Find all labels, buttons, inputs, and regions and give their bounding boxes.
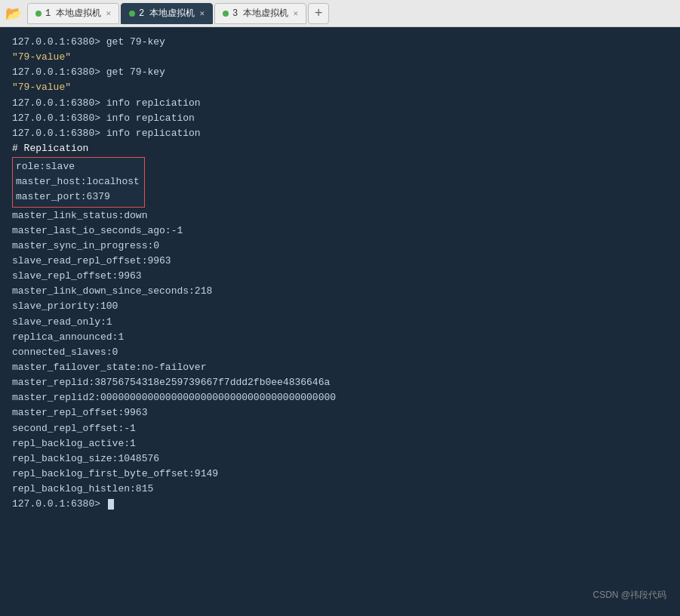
- tab-2-close[interactable]: ✕: [199, 8, 205, 18]
- folder-icon: 📂: [3, 3, 24, 24]
- line-10: master_last_io_seconds_ago:-1: [12, 223, 668, 239]
- line-7: 127.0.0.1:6380> info replication: [12, 126, 668, 141]
- line-25: repl_backlog_size:1048576: [12, 451, 668, 467]
- highlight-block: role:slave master_host:localhost master_…: [12, 157, 145, 207]
- tab-add-button[interactable]: +: [308, 3, 329, 24]
- line-4: "79-value": [12, 80, 668, 95]
- tab-3[interactable]: 3 本地虚拟机 ✕: [214, 3, 306, 24]
- terminal-cursor: [108, 499, 114, 510]
- line-3: 127.0.0.1:6380> get 79-key: [12, 65, 668, 80]
- highlight-line-3: master_port:6379: [16, 189, 140, 205]
- tab-3-dot: [223, 11, 229, 17]
- tab-3-close[interactable]: ✕: [293, 8, 298, 18]
- line-22: master_repl_offset:9963: [12, 405, 668, 420]
- tab-1-close[interactable]: ✕: [106, 8, 111, 18]
- line-9: master_link_status:down: [12, 208, 668, 223]
- line-27: repl_backlog_histlen:815: [12, 482, 668, 497]
- line-28: 127.0.0.1:6380>: [12, 497, 668, 512]
- line-8: # Replication: [12, 141, 668, 156]
- line-17: replica_announced:1: [12, 330, 668, 345]
- line-19: master_failover_state:no-failover: [12, 360, 668, 375]
- line-14: master_link_down_since_seconds:218: [12, 284, 668, 299]
- line-12: slave_read_repl_offset:9963: [12, 254, 668, 269]
- watermark: CSDN @祎段代码: [592, 588, 666, 602]
- line-6: 127.0.0.1:6380> info replcation: [12, 111, 668, 126]
- line-11: master_sync_in_progress:0: [12, 239, 668, 254]
- tab-1[interactable]: 1 本地虚拟机 ✕: [27, 3, 119, 24]
- line-18: connected_slaves:0: [12, 345, 668, 360]
- line-24: repl_backlog_active:1: [12, 436, 668, 451]
- line-1: 127.0.0.1:6380> get 79-key: [12, 35, 668, 50]
- line-26: repl_backlog_first_byte_offset:9149: [12, 467, 668, 482]
- line-16: slave_read_only:1: [12, 315, 668, 330]
- terminal: 127.0.0.1:6380> get 79-key "79-value" 12…: [0, 27, 680, 616]
- tab-2[interactable]: 2 本地虚拟机 ✕: [121, 3, 213, 24]
- line-21: master_replid2:0000000000000000000000000…: [12, 390, 668, 405]
- line-15: slave_priority:100: [12, 299, 668, 314]
- line-20: master_replid:38756754318e259739667f7ddd…: [12, 375, 668, 390]
- tab-1-dot: [35, 11, 42, 17]
- tab-1-label: 1 本地虚拟机: [45, 7, 101, 20]
- line-23: second_repl_offset:-1: [12, 421, 668, 436]
- line-13: slave_repl_offset:9963: [12, 269, 668, 284]
- tab-3-label: 3 本地虚拟机: [232, 7, 288, 20]
- highlight-line-1: role:slave: [16, 159, 140, 174]
- tab-2-label: 2 本地虚拟机: [139, 7, 195, 20]
- line-5: 127.0.0.1:6380> info replciation: [12, 96, 668, 111]
- tab-2-dot: [129, 11, 135, 17]
- line-2: "79-value": [12, 50, 668, 65]
- tab-bar: 📂 1 本地虚拟机 ✕ 2 本地虚拟机 ✕ 3 本地虚拟机 ✕ +: [0, 0, 680, 27]
- highlight-line-2: master_host:localhost: [16, 174, 140, 189]
